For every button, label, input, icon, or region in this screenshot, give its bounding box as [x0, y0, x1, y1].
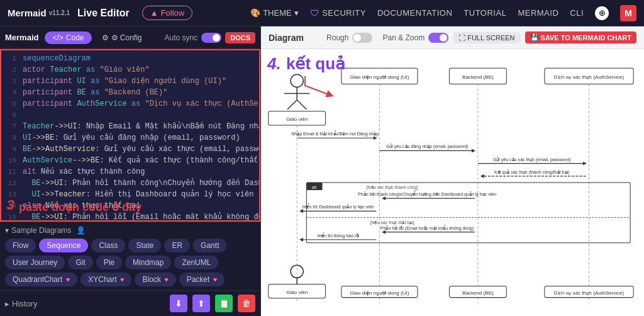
code-tab[interactable]: </> Code: [45, 31, 91, 44]
code-line-8: 8 UI->>BE: Gửi yêu cầu đăng nhập (email,…: [1, 132, 259, 144]
fullscreen-icon: ⛶: [458, 34, 465, 42]
config-tab[interactable]: ⚙ ⚙ Config: [96, 31, 148, 44]
diagram-area: 4. kết quả: [261, 49, 644, 316]
tutorial-label: TUTORIAL: [464, 8, 506, 18]
documentation-button[interactable]: DOCUMENTATION: [377, 8, 452, 18]
rough-switch[interactable]: [352, 33, 372, 43]
nav-right: 🎨 THEME ▾ 🛡 SECURITY DOCUMENTATION TUTOR…: [250, 5, 636, 21]
diagram-pie-button[interactable]: Pie: [96, 256, 122, 269]
svg-line-4: [287, 100, 297, 110]
logo: Mermaid v11.2.1: [8, 8, 72, 18]
code-line-6: 6: [1, 110, 259, 121]
theme-icon: 🎨: [250, 8, 260, 18]
mermaid-m-icon[interactable]: M: [620, 5, 636, 21]
svg-text:Nhập Email & Mật khẩu/Bấm nút : Nhập Email & Mật khẩu/Bấm nút Đăng nhập: [291, 130, 379, 137]
pan-zoom-switch[interactable]: [428, 33, 448, 43]
paste-number: 3: [6, 198, 14, 214]
svg-text:Gửi yêu cầu đăng nhập (email, : Gửi yêu cầu đăng nhập (email, password): [386, 144, 469, 149]
svg-text:alt: alt: [312, 185, 316, 189]
diagram-userjourney-button[interactable]: User Journey: [5, 256, 65, 269]
svg-text:Dịch vụ xác thực (AuthService): Dịch vụ xác thực (AuthService): [554, 74, 625, 80]
history-download-button[interactable]: ⬇: [170, 295, 187, 312]
diagram-buttons: Flow Sequence Class State ER Gantt User …: [5, 239, 255, 286]
cli-button[interactable]: CLI: [570, 8, 584, 18]
diagram-xychart-button[interactable]: XYChart ♥: [80, 273, 131, 286]
svg-text:Giao diện người dùng (UI): Giao diện người dùng (UI): [350, 290, 409, 296]
diagram-er-button[interactable]: ER: [164, 239, 190, 252]
diagram-sequence-button[interactable]: Sequence: [39, 239, 88, 252]
rough-label: Rough: [326, 33, 348, 42]
auto-sync-toggle[interactable]: [201, 33, 221, 43]
auto-sync-label: Auto sync: [165, 33, 198, 42]
chevron-right-icon: ▸: [5, 299, 9, 308]
github-icon[interactable]: ⊕: [595, 6, 609, 20]
left-toolbar: Mermaid </> Code ⚙ ⚙ Config Auto sync DO…: [0, 26, 260, 49]
code-editor[interactable]: 1 sequenceDiagram 2 actor Teacher as "Gi…: [0, 49, 260, 222]
code-line-7: 7 Teacher->>UI: Nhập Email & Mật khẩu\nB…: [1, 121, 259, 132]
svg-text:Phản hồi lỗi (Email hoặc mật k: Phản hồi lỗi (Email hoặc mật khẩu không …: [380, 225, 474, 231]
theme-label: THEME: [263, 8, 292, 18]
rough-toggle[interactable]: Rough: [326, 33, 372, 43]
svg-text:Phản hồi thành công\nChuyển hư: Phản hồi thành công\nChuyển hướng đến Da…: [358, 191, 496, 197]
diagram-state-button[interactable]: State: [128, 239, 161, 252]
svg-text:Gửi yêu cầu xác thực (email, p: Gửi yêu cầu xác thực (email, password): [493, 157, 571, 162]
diagram-block-button[interactable]: Block ♥: [135, 273, 175, 286]
history-copy-button[interactable]: 📋: [215, 295, 233, 312]
svg-text:Giáo viên: Giáo viên: [286, 116, 308, 122]
history-toggle[interactable]: ▸ History: [5, 299, 37, 308]
diagram-gantt-button[interactable]: Gantt: [193, 239, 226, 252]
code-line-13: 13 UI->>Teacher: Hiển thị Dashboard quản…: [1, 189, 259, 200]
version-text: v11.2.1: [49, 9, 70, 16]
mermaid-button[interactable]: MERMAID: [518, 8, 558, 18]
history-delete-button[interactable]: 🗑: [238, 295, 255, 312]
result-arrow: [299, 73, 336, 98]
live-editor-label: Live Editor: [77, 8, 130, 19]
tutorial-button[interactable]: TUTORIAL: [464, 8, 506, 18]
sample-diagrams: ▾ Sample Diagrams 👤 Flow Sequence Class …: [0, 222, 260, 290]
gear-icon: ⚙: [102, 33, 109, 42]
security-button[interactable]: 🛡 SECURITY: [310, 8, 366, 18]
mermaid-label: MERMAID: [518, 8, 558, 18]
pan-zoom-toggle[interactable]: Pan & Zoom: [382, 33, 448, 43]
main-content: Mermaid </> Code ⚙ ⚙ Config Auto sync DO…: [0, 26, 644, 316]
diagram-flow-button[interactable]: Flow: [5, 239, 36, 252]
config-tab-label: ⚙ Config: [111, 33, 142, 42]
docs-button[interactable]: DOCS: [225, 32, 255, 43]
svg-text:Backend (BE): Backend (BE): [462, 290, 494, 296]
follow-button[interactable]: ▲ Follow: [142, 6, 192, 20]
result-label: kết quả: [286, 54, 345, 74]
diagram-class-button[interactable]: Class: [91, 239, 125, 252]
follow-label: Follow: [161, 8, 185, 18]
theme-button[interactable]: 🎨 THEME ▾: [250, 8, 299, 18]
pan-zoom-label: Pan & Zoom: [382, 33, 425, 42]
right-panel: Diagram Rough Pan & Zoom ⛶ FULL SCREEN 💾…: [261, 26, 644, 316]
code-line-12: 12 BE->>UI: Phản hồi thành công\nChuyển …: [1, 178, 259, 189]
chevron-down-icon: ▾: [5, 226, 9, 235]
cli-label: CLI: [570, 8, 584, 18]
fullscreen-button[interactable]: ⛶ FULL SCREEN: [453, 32, 519, 43]
code-line-4: 4 participant BE as "Backend (BE)": [1, 87, 259, 98]
svg-text:Hiển thị thông báo lỗi: Hiển thị thông báo lỗi: [317, 232, 359, 239]
fullscreen-label: FULL SCREEN: [467, 34, 514, 42]
save-label: SAVE TO MERMAID CHART: [541, 34, 631, 42]
diagram-quadrant-button[interactable]: QuadrantChart ♥: [5, 273, 77, 286]
diagram-mindmap-button[interactable]: Mindmap: [125, 256, 171, 269]
logo-text: Mermaid: [8, 8, 47, 18]
history-upload-button[interactable]: ⬆: [192, 295, 210, 312]
save-icon: 💾: [530, 33, 539, 42]
shield-icon: 🛡: [310, 8, 320, 18]
svg-text:Hiển thị Dashboard quản lý học: Hiển thị Dashboard quản lý học viên: [303, 203, 374, 210]
svg-line-5: [297, 100, 306, 110]
sample-diagrams-header[interactable]: ▾ Sample Diagrams 👤: [5, 226, 255, 235]
documentation-label: DOCUMENTATION: [377, 8, 452, 18]
sample-diagrams-label: Sample Diagrams: [11, 226, 71, 235]
diagram-packet-button[interactable]: Packet ♥: [179, 273, 225, 286]
save-to-mermaid-button[interactable]: 💾 SAVE TO MERMAID CHART: [525, 31, 636, 43]
result-number: 4.: [267, 54, 281, 74]
svg-text:Dịch vụ xác thực (AuthService): Dịch vụ xác thực (AuthService): [554, 290, 625, 296]
diagram-git-button[interactable]: Git: [68, 256, 92, 269]
code-line-3: 3 participant UI as "Giao diện người dùn…: [1, 76, 259, 87]
top-nav: Mermaid v11.2.1 Live Editor ▲ Follow 🎨 T…: [0, 0, 644, 26]
diagram-zenuml-button[interactable]: ZenUML: [174, 256, 218, 269]
code-line-5: 5 participant AuthService as "Dịch vụ xá…: [1, 98, 259, 110]
